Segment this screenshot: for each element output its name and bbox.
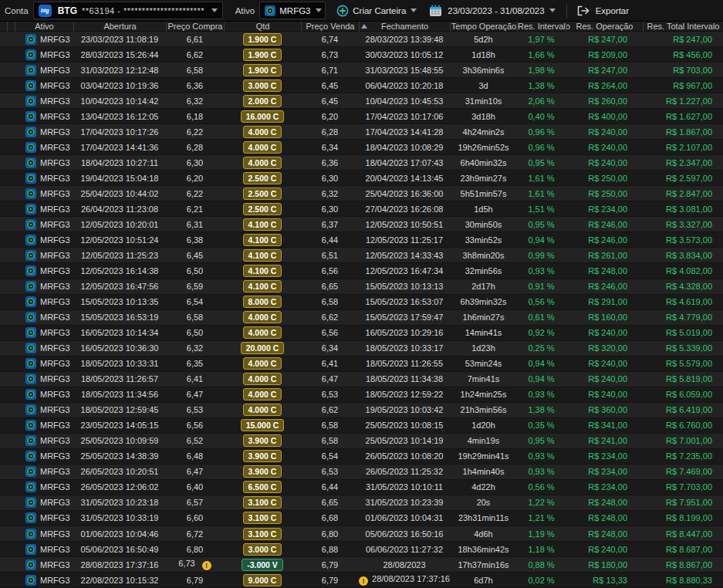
preco-compra-cell: 6,73! <box>166 559 224 570</box>
res-operacao-cell: R$ 240,00 <box>566 390 643 399</box>
table-row[interactable]: MRFG3 17/04/2023 10:17:26 6,22! 4.000 C … <box>0 124 723 140</box>
preco-compra-value: 6,52 <box>187 436 203 445</box>
table-row[interactable]: MRFG3 16/05/2023 10:14:34 6,50! 4.000 C … <box>0 326 723 341</box>
table-row[interactable]: MRFG3 23/03/2023 11:08:19 6,61! 1.900 C … <box>0 32 723 47</box>
qtd-cell: 4.000 C <box>224 326 301 339</box>
column-header-tempo-opera-o[interactable]: Tempo Operação <box>450 22 517 32</box>
preco-compra-cell: 6,35! <box>166 359 224 368</box>
table-row[interactable]: MRFG3 15/05/2023 16:53:19 6,58! 4.000 C … <box>0 310 723 326</box>
qtd-badge: 8.000 C <box>243 296 282 308</box>
preco-compra-value: 6,31 <box>187 220 203 229</box>
table-row[interactable]: MRFG3 03/04/2023 10:19:36 6,36! 3.000 C … <box>0 78 723 93</box>
conta-label: Conta <box>5 6 29 15</box>
table-row[interactable]: MRFG3 31/05/2023 10:33:19 6,60! 3.100 C … <box>0 511 723 526</box>
table-row[interactable]: MRFG3 12/05/2023 10:20:01 6,31! 4.100 C … <box>0 217 723 232</box>
warning-icon: ! <box>202 561 211 570</box>
table-row[interactable]: MRFG3 23/05/2023 14:05:15 6,56! 15.000 C… <box>0 418 723 434</box>
exportar-button[interactable]: Exportar <box>576 5 629 17</box>
table-row[interactable]: MRFG3 12/05/2023 11:25:23 6,45! 4.100 C … <box>0 248 723 263</box>
ticker-symbol: MRFG3 <box>40 467 70 476</box>
mrfg3-ticker-icon <box>25 142 36 153</box>
table-row[interactable]: MRFG3 01/06/2023 10:04:46 6,72! 3.100 C … <box>0 526 723 542</box>
column-header-fechamento[interactable]: Fechamento <box>359 22 450 32</box>
table-row[interactable]: MRFG3 22/08/2023 10:15:32 6,79! 9.000 C … <box>0 573 723 588</box>
ativo-cell: MRFG3 <box>15 188 73 199</box>
res-operacao-cell: R$ 240,00 <box>566 158 643 167</box>
ativo-cell: MRFG3 <box>15 420 73 431</box>
preco-compra-cell: 6,45! <box>166 251 224 260</box>
mrfg3-ticker-icon <box>25 482 36 492</box>
column-header-pre-o-venda[interactable]: Preço Venda <box>301 22 359 32</box>
table-row[interactable]: MRFG3 28/03/2023 15:26:44 6,62! 1.900 C … <box>0 47 723 63</box>
table-row[interactable]: MRFG3 18/05/2023 11:26:57 6,41! 4.000 C … <box>0 372 723 387</box>
table-row[interactable]: MRFG3 25/04/2023 10:44:02 6,22! 2.500 C … <box>0 186 723 201</box>
res-total-intervalo-cell: R$ 4.082,00 <box>643 266 723 275</box>
table-row[interactable]: MRFG3 12/05/2023 16:47:56 6,59! 4.100 C … <box>0 279 723 295</box>
preco-venda-cell: 6,37 <box>301 220 359 229</box>
table-row[interactable]: MRFG3 15/05/2023 10:13:35 6,54! 8.000 C … <box>0 295 723 310</box>
preco-venda-cell: 6,28 <box>301 127 359 137</box>
preco-compra-cell: 6,41! <box>166 374 224 384</box>
column-header-gutter[interactable] <box>7 22 15 32</box>
table-row[interactable]: MRFG3 26/04/2023 11:23:08 6,21! 2.500 C … <box>0 201 723 217</box>
qtd-badge: 2.000 C <box>243 95 282 107</box>
table-row[interactable]: MRFG3 17/04/2023 14:41:36 6,28! 4.000 C … <box>0 140 723 155</box>
table-row[interactable]: MRFG3 13/04/2023 16:12:05 6,18! 16.000 C… <box>0 109 723 124</box>
column-header-ativo[interactable]: Ativo <box>15 22 73 32</box>
tempo-operacao-cell: 1d18h <box>450 50 517 59</box>
table-row[interactable]: MRFG3 10/04/2023 10:14:42 6,32! 2.000 C … <box>0 93 723 109</box>
ticker-symbol: MRFG3 <box>40 343 70 353</box>
res-operacao-cell: R$ 248,00 <box>566 513 643 522</box>
asset-select[interactable]: MRFG3 <box>259 2 326 19</box>
table-row[interactable]: MRFG3 12/05/2023 10:51:24 6,38! 4.100 C … <box>0 232 723 248</box>
column-header-res-opera-o[interactable]: Res. Operação <box>566 22 643 32</box>
res-operacao-cell: R$ 291,00 <box>566 297 643 306</box>
date-range-picker[interactable]: 23/03/2023 - 31/08/2023 <box>429 5 555 17</box>
mrfg3-ticker-icon <box>25 281 36 292</box>
ticker-symbol: MRFG3 <box>40 158 70 167</box>
table-row[interactable]: MRFG3 31/03/2023 12:12:48 6,58! 1.900 C … <box>0 63 723 78</box>
table-row[interactable]: MRFG3 26/05/2023 12:06:02 6,40! 6.500 C … <box>0 480 723 495</box>
mrfg3-ticker-icon <box>25 49 36 60</box>
fechamento-cell: !18/05/2023 10:33:17 <box>359 343 450 353</box>
table-row[interactable]: MRFG3 25/05/2023 14:38:39 6,48! 3.900 C … <box>0 449 723 465</box>
abertura-cell: 10/04/2023 10:14:42 <box>73 96 166 106</box>
preco-venda-cell: 6,62 <box>301 313 359 322</box>
fechamento-cell: !19/05/2023 10:03:42 <box>359 405 450 414</box>
ativo-cell: MRFG3 <box>15 281 73 292</box>
table-row[interactable]: MRFG3 16/05/2023 10:36:30 6,32! 20.000 C… <box>0 341 723 357</box>
criar-carteira-button[interactable]: Criar Carteira <box>336 5 417 17</box>
qtd-badge: 4.000 C <box>243 157 282 169</box>
table-row[interactable]: MRFG3 25/05/2023 10:09:59 6,52! 3.900 C … <box>0 434 723 449</box>
account-select[interactable]: btg BTG **63194 - ********************** <box>33 2 223 19</box>
tempo-operacao-cell: 4min19s <box>450 436 517 445</box>
table-row[interactable]: MRFG3 18/05/2023 10:33:31 6,35! 4.000 C … <box>0 357 723 372</box>
preco-venda-cell: 6,71 <box>301 66 359 75</box>
table-row[interactable]: MRFG3 28/08/2023 17:37:16 6,73! -3.000 V… <box>0 557 723 573</box>
table-row[interactable]: MRFG3 19/04/2023 15:04:18 6,20! 2.500 C … <box>0 171 723 186</box>
preco-venda-cell: 6,30 <box>301 174 359 183</box>
res-intervalo-cell: 0,93 % <box>517 266 566 275</box>
table-row[interactable]: MRFG3 12/05/2023 16:14:38 6,50! 4.100 C … <box>0 263 723 279</box>
table-row[interactable]: MRFG3 05/06/2023 16:50:49 6,80! 3.000 C … <box>0 542 723 557</box>
preco-compra-value: 6,48 <box>187 451 203 461</box>
table-row[interactable]: MRFG3 18/05/2023 11:34:56 6,47! 4.000 C … <box>0 387 723 403</box>
fechamento-value: 12/05/2023 16:47:34 <box>366 266 444 275</box>
qtd-cell: -3.000 V <box>224 559 301 571</box>
column-header-gutter[interactable] <box>0 22 7 32</box>
res-operacao-cell: R$ 160,00 <box>566 313 643 322</box>
res-operacao-cell: R$ 247,00 <box>566 35 643 44</box>
table-row[interactable]: MRFG3 18/04/2023 10:27:11 6,30! 4.000 C … <box>0 155 723 171</box>
preco-venda-cell: 6,44 <box>301 235 359 245</box>
table-row[interactable]: MRFG3 31/05/2023 10:23:18 6,57! 3.100 C … <box>0 495 723 511</box>
table-row[interactable]: MRFG3 18/05/2023 12:59:45 6,53! 4.000 C … <box>0 403 723 418</box>
res-intervalo-cell: 0,93 % <box>517 390 566 399</box>
column-header-pre-o-compra[interactable]: Preço Compra <box>166 22 224 32</box>
table-row[interactable]: MRFG3 26/05/2023 10:20:51 6,47! 3.900 C … <box>0 465 723 480</box>
column-header-qtd[interactable]: Qtd <box>224 22 301 32</box>
res-intervalo-cell: 1,61 % <box>517 189 566 198</box>
column-header-res-intervalo[interactable]: Res. Intervalo <box>517 22 566 32</box>
fechamento-cell: !26/05/2023 11:25:32 <box>359 467 450 476</box>
column-header-res-total-intervalo[interactable]: Res. Total Intervalo <box>643 22 723 32</box>
column-header-abertura[interactable]: Abertura <box>73 22 166 32</box>
